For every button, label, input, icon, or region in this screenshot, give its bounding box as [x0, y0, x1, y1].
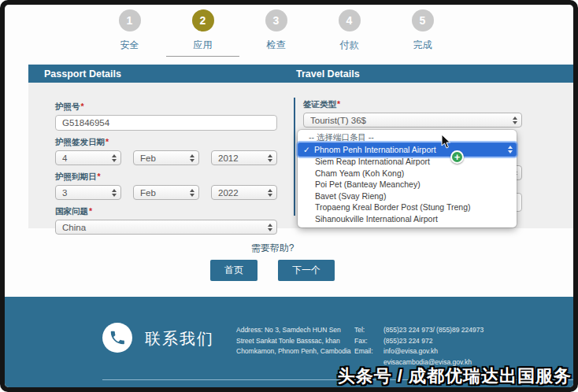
phone-icon	[102, 323, 132, 353]
step-number-badge: 1	[119, 9, 141, 31]
stepper-icon	[190, 154, 195, 162]
travel-details-column: 签证类型* Tourist(T) 36$	[303, 99, 522, 134]
dropdown-option[interactable]: Cham Yeam (Koh Kong)	[298, 168, 517, 179]
home-button[interactable]: 首页	[210, 260, 258, 281]
dropdown-option[interactable]: Sihanoukville International Airport	[298, 213, 517, 225]
step-complete[interactable]: 5 完成	[386, 9, 459, 57]
step-number-badge: 5	[412, 9, 434, 31]
passport-details-column: 护照号* 护照签发日期* 4 Feb 2012	[55, 102, 277, 241]
required-asterisk: *	[337, 99, 340, 109]
fax-value: (855)23 224 972	[383, 336, 432, 347]
dropdown-option[interactable]: Tropaeng Kreal Border Post (Stung Treng)	[298, 202, 517, 213]
need-help-text[interactable]: 需要帮助?	[5, 242, 540, 255]
step-number-badge: 3	[265, 9, 287, 31]
step-security[interactable]: 1 安全	[93, 9, 166, 57]
issue-day-select[interactable]: 4	[55, 150, 121, 165]
step-indicator: 1 安全 2 应用 3 检查 4 付款 5 完成	[93, 9, 459, 57]
stepper-icon	[268, 224, 272, 231]
nav-buttons: 首页 下一个	[5, 260, 540, 281]
required-asterisk: *	[106, 137, 109, 146]
dropdown-option[interactable]: Bavet (Svay Rieng)	[298, 190, 517, 202]
step-label: 安全	[120, 39, 139, 52]
email-value[interactable]: info@evisa.gov.kh	[383, 346, 438, 357]
stepper-icon	[268, 154, 272, 162]
address-block: Address: No 3, Samdech HUN Sen Street Sa…	[236, 325, 361, 357]
stepper-icon	[268, 189, 272, 197]
panel-header: Passport Details Travel Details	[28, 65, 573, 83]
step-label: 完成	[413, 39, 432, 52]
form-panel: Passport Details Travel Details 护照号* 护照签…	[28, 65, 573, 228]
dropdown-option-selected[interactable]: ✓Phnom Penh International Airport	[298, 143, 516, 157]
dropdown-option[interactable]: Siem Reap International Airport	[298, 156, 517, 168]
expiry-date-label: 护照到期日*	[55, 172, 277, 183]
contact-us-title: 联系我们	[145, 328, 214, 349]
column-divider	[294, 98, 295, 216]
port-entry-dropdown: -- 选择端口条目 -- ✓Phnom Penh International A…	[298, 130, 517, 227]
step-label: 应用	[194, 39, 213, 52]
step-payment[interactable]: 4 付款	[313, 9, 386, 57]
stepper-icon	[190, 189, 195, 197]
step-number-badge: 4	[339, 9, 361, 31]
issue-month-select[interactable]: Feb	[133, 150, 199, 165]
required-asterisk: *	[98, 172, 101, 181]
required-asterisk: *	[81, 102, 84, 111]
stepper-icon	[112, 154, 117, 162]
step-review[interactable]: 3 检查	[239, 9, 313, 57]
country-label: 国家问题*	[55, 206, 277, 217]
issue-year-select[interactable]: 2012	[211, 150, 277, 165]
contact-details-block: Tel:(855)23 224 973/ (855)89 224973 Fax:…	[354, 325, 484, 368]
country-select[interactable]: China	[55, 220, 277, 235]
stepper-icon	[513, 116, 517, 124]
visa-type-label: 签证类型*	[303, 99, 522, 110]
watermark-text: 头条号 / 成都优瑞达出国服务	[338, 364, 572, 387]
passport-number-input[interactable]	[55, 115, 277, 131]
dropdown-option[interactable]: Poi Pet (Banteay Meanchey)	[298, 179, 517, 190]
travel-details-title: Travel Details	[296, 68, 360, 80]
step-application-active[interactable]: 2 应用	[166, 9, 239, 57]
dropdown-placeholder-option[interactable]: -- 选择端口条目 --	[298, 131, 517, 143]
next-button[interactable]: 下一个	[278, 260, 335, 281]
expiry-month-select[interactable]: Feb	[133, 185, 199, 200]
step-number-badge: 2	[192, 9, 214, 31]
passport-details-title: Passport Details	[28, 68, 121, 80]
expiry-year-select[interactable]: 2022	[211, 185, 277, 200]
step-label: 付款	[340, 39, 359, 52]
step-label: 检查	[267, 39, 286, 52]
screenshot-frame: 1 安全 2 应用 3 检查 4 付款 5 完成 Passport Detail…	[0, 0, 578, 392]
expiry-day-select[interactable]: 3	[55, 185, 121, 200]
evisa-application-page: 1 安全 2 应用 3 检查 4 付款 5 完成 Passport Detail…	[5, 5, 573, 387]
tel-value: (855)23 224 973/ (855)89 224973	[383, 325, 484, 336]
passport-number-label: 护照号*	[55, 102, 277, 113]
stepper-icon	[508, 146, 513, 153]
required-asterisk: *	[89, 206, 92, 216]
checkmark-icon: ✓	[303, 145, 314, 155]
stepper-icon	[112, 189, 117, 197]
issue-date-label: 护照签发日期*	[55, 137, 277, 148]
visa-type-select[interactable]: Tourist(T) 36$	[303, 113, 522, 128]
mouse-cursor-icon	[441, 134, 454, 153]
